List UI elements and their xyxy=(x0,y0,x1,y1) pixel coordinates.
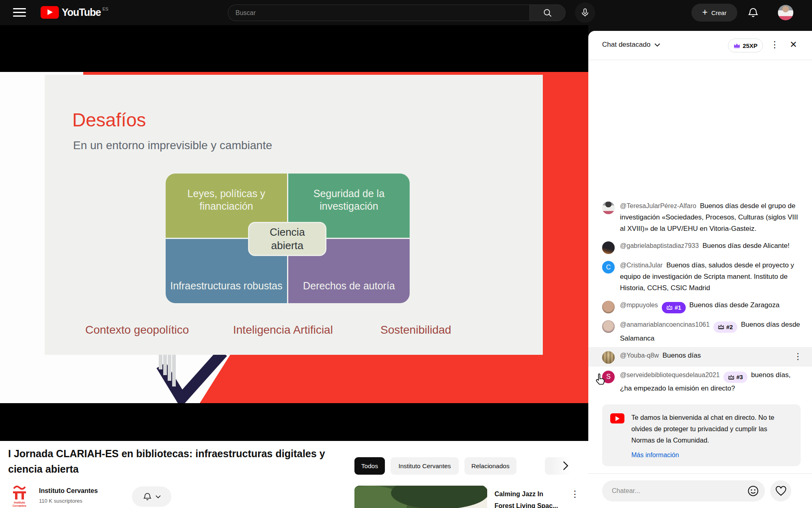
chat-mode-selector[interactable]: Chat destacado xyxy=(602,41,660,49)
search-button[interactable] xyxy=(529,4,566,21)
notification-settings-button[interactable] xyxy=(132,486,171,507)
related-video-menu-icon[interactable]: ⋮ xyxy=(570,489,579,499)
xp-badge[interactable]: 25XP xyxy=(728,39,763,52)
search-icon xyxy=(543,8,552,17)
avatar[interactable] xyxy=(602,202,615,214)
bell-icon xyxy=(747,7,759,19)
watch-page-info: I Jornada CLARIAH-ES en bibliotecas: inf… xyxy=(0,441,588,508)
video-title: I Jornada CLARIAH-ES en bibliotecas: inf… xyxy=(8,446,359,477)
youtube-logo[interactable]: YouTube ES xyxy=(41,6,108,19)
filter-chip-instituto-cervantes[interactable]: Instituto Cervantes xyxy=(391,457,459,475)
video-player[interactable]: Desafíos En un entorno imprevisible y ca… xyxy=(0,25,588,441)
plus-icon: + xyxy=(702,7,708,18)
chat-input[interactable]: Chatear... xyxy=(602,480,765,501)
heart-icon xyxy=(775,486,786,496)
chat-messages-list[interactable]: @TeresaJularPérez-AlfaroBuenos días desd… xyxy=(588,60,812,399)
bell-icon xyxy=(143,492,152,501)
rank-badge: #3 xyxy=(723,371,747,383)
filter-chip-todos[interactable]: Todos xyxy=(354,457,385,475)
search-placeholder: Buscar xyxy=(235,9,256,17)
chevron-down-icon xyxy=(155,495,161,499)
chat-message[interactable]: @mppuyoles#1Buenos días desde Zaragoza xyxy=(588,297,812,316)
chat-message[interactable]: @gabrielabaptistadiaz7933Buenos días des… xyxy=(588,237,812,257)
subscriber-count: 110 K suscriptores xyxy=(39,498,82,504)
chat-input-row: Chatear... xyxy=(588,474,812,508)
slide-quadrant-grid: Leyes, políticas y financiación Segurida… xyxy=(166,174,410,304)
avatar[interactable]: C xyxy=(602,261,615,274)
youtube-play-icon xyxy=(41,6,59,19)
chat-menu-icon[interactable]: ⋮ xyxy=(770,39,779,50)
chip-row-fade xyxy=(550,456,588,476)
channel-logo[interactable]: Instituto Cervantes xyxy=(8,485,31,508)
avatar[interactable] xyxy=(602,241,615,254)
notifications-button[interactable] xyxy=(747,7,759,19)
chevron-down-icon xyxy=(654,43,660,47)
crown-icon xyxy=(666,305,673,310)
crown-icon xyxy=(718,324,724,330)
channel-name[interactable]: Instituto Cervantes xyxy=(39,487,98,495)
crown-icon xyxy=(728,375,734,380)
slide-footer-sostenibilidad: Sostenibilidad xyxy=(380,323,451,336)
rank-badge: #2 xyxy=(713,321,737,333)
slide-center-box: Ciencia abierta xyxy=(249,223,325,255)
menu-icon[interactable] xyxy=(13,8,26,17)
chat-message[interactable]: C @CristinaJularBuenos días, saludos des… xyxy=(588,257,812,297)
avatar[interactable]: S xyxy=(602,371,615,383)
voice-search-button[interactable] xyxy=(575,2,595,23)
emoji-icon[interactable] xyxy=(747,485,759,497)
slide-subtitle: En un entorno imprevisible y cambiante xyxy=(73,139,272,152)
related-video-thumbnail[interactable] xyxy=(354,486,487,508)
topbar: YouTube ES Buscar + Crear xyxy=(0,0,812,25)
account-avatar[interactable] xyxy=(778,5,793,20)
search-bar: Buscar xyxy=(228,4,566,21)
slide-red-top-strip xyxy=(83,72,588,75)
slide-footer-contexto: Contexto geopolítico xyxy=(85,323,189,336)
chips-next-arrow[interactable] xyxy=(562,460,569,471)
slide-footer-ia: Inteligencia Artificial xyxy=(233,323,333,336)
presentation-slide: Desafíos En un entorno imprevisible y ca… xyxy=(45,75,543,355)
rank-badge: #1 xyxy=(662,302,686,313)
avatar[interactable] xyxy=(602,351,615,364)
avatar[interactable] xyxy=(602,320,615,333)
chat-close-icon[interactable]: ✕ xyxy=(790,39,797,50)
slide-red-background xyxy=(543,72,588,403)
avatar[interactable] xyxy=(602,301,615,313)
chat-message[interactable]: @anamariablancoencinas1061#2Buenos días … xyxy=(588,316,812,347)
slide-title: Desafíos xyxy=(72,109,146,131)
more-info-link[interactable]: Más información xyxy=(631,452,679,459)
youtube-icon xyxy=(610,413,624,423)
live-chat-panel: Chat destacado 25XP ⋮ ✕ @TeresaJularPére… xyxy=(588,31,812,508)
like-heart-button[interactable] xyxy=(770,480,791,501)
region-label: ES xyxy=(102,7,108,11)
crown-icon xyxy=(733,43,741,48)
create-button[interactable]: + Crear xyxy=(691,4,737,22)
chat-message[interactable]: @TeresaJularPérez-AlfaroBuenos días desd… xyxy=(588,198,812,237)
message-menu-icon[interactable]: ⋮ xyxy=(794,351,802,362)
chat-welcome-card: Te damos la bienvenida al chat en direct… xyxy=(602,404,801,466)
microphone-icon xyxy=(580,8,590,17)
youtube-wordmark: YouTube xyxy=(62,7,101,18)
chat-message-hovered[interactable]: @Youba-q8wBuenos días ⋮ xyxy=(588,347,812,367)
related-video-title[interactable]: Calming Jazz In Forest Living Spac... xyxy=(495,488,564,508)
svg-text:Instituto: Instituto xyxy=(14,501,25,504)
create-label: Crear xyxy=(711,9,727,16)
svg-text:Cervantes: Cervantes xyxy=(13,504,26,507)
filter-chip-relacionados[interactable]: Relacionados xyxy=(464,457,516,475)
slide-decoration-graphic xyxy=(0,355,588,403)
chat-header: Chat destacado 25XP ⋮ ✕ xyxy=(588,31,812,60)
video-frame: Desafíos En un entorno imprevisible y ca… xyxy=(0,72,588,403)
chat-message[interactable]: S @serveidebibliotequesdelaua2021#3bueno… xyxy=(588,367,812,397)
search-input[interactable]: Buscar xyxy=(228,4,529,21)
